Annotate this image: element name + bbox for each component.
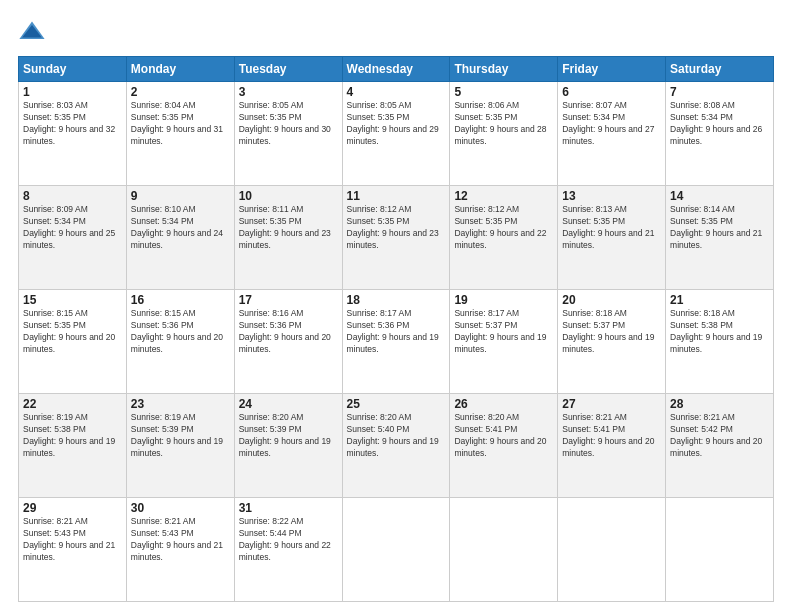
day-info: Sunrise: 8:18 AMSunset: 5:37 PMDaylight:…	[562, 308, 654, 354]
day-cell: 7 Sunrise: 8:08 AMSunset: 5:34 PMDayligh…	[666, 82, 774, 186]
day-cell: 27 Sunrise: 8:21 AMSunset: 5:41 PMDaylig…	[558, 394, 666, 498]
day-info: Sunrise: 8:19 AMSunset: 5:39 PMDaylight:…	[131, 412, 223, 458]
day-info: Sunrise: 8:10 AMSunset: 5:34 PMDaylight:…	[131, 204, 223, 250]
day-cell: 13 Sunrise: 8:13 AMSunset: 5:35 PMDaylig…	[558, 186, 666, 290]
day-cell: 28 Sunrise: 8:21 AMSunset: 5:42 PMDaylig…	[666, 394, 774, 498]
day-cell: 18 Sunrise: 8:17 AMSunset: 5:36 PMDaylig…	[342, 290, 450, 394]
day-cell: 6 Sunrise: 8:07 AMSunset: 5:34 PMDayligh…	[558, 82, 666, 186]
day-cell: 5 Sunrise: 8:06 AMSunset: 5:35 PMDayligh…	[450, 82, 558, 186]
day-number: 29	[23, 501, 122, 515]
day-cell	[558, 498, 666, 602]
day-number: 9	[131, 189, 230, 203]
day-info: Sunrise: 8:22 AMSunset: 5:44 PMDaylight:…	[239, 516, 331, 562]
day-info: Sunrise: 8:21 AMSunset: 5:41 PMDaylight:…	[562, 412, 654, 458]
day-number: 22	[23, 397, 122, 411]
day-cell: 25 Sunrise: 8:20 AMSunset: 5:40 PMDaylig…	[342, 394, 450, 498]
day-info: Sunrise: 8:20 AMSunset: 5:41 PMDaylight:…	[454, 412, 546, 458]
day-number: 13	[562, 189, 661, 203]
day-number: 10	[239, 189, 338, 203]
day-cell: 8 Sunrise: 8:09 AMSunset: 5:34 PMDayligh…	[19, 186, 127, 290]
day-info: Sunrise: 8:19 AMSunset: 5:38 PMDaylight:…	[23, 412, 115, 458]
day-info: Sunrise: 8:16 AMSunset: 5:36 PMDaylight:…	[239, 308, 331, 354]
day-number: 18	[347, 293, 446, 307]
day-cell: 31 Sunrise: 8:22 AMSunset: 5:44 PMDaylig…	[234, 498, 342, 602]
day-cell: 2 Sunrise: 8:04 AMSunset: 5:35 PMDayligh…	[126, 82, 234, 186]
day-number: 4	[347, 85, 446, 99]
day-cell: 14 Sunrise: 8:14 AMSunset: 5:35 PMDaylig…	[666, 186, 774, 290]
day-cell: 20 Sunrise: 8:18 AMSunset: 5:37 PMDaylig…	[558, 290, 666, 394]
day-number: 24	[239, 397, 338, 411]
day-cell: 4 Sunrise: 8:05 AMSunset: 5:35 PMDayligh…	[342, 82, 450, 186]
logo-icon	[18, 18, 46, 46]
day-number: 21	[670, 293, 769, 307]
day-cell	[342, 498, 450, 602]
day-info: Sunrise: 8:15 AMSunset: 5:35 PMDaylight:…	[23, 308, 115, 354]
day-cell: 30 Sunrise: 8:21 AMSunset: 5:43 PMDaylig…	[126, 498, 234, 602]
weekday-header-tuesday: Tuesday	[234, 57, 342, 82]
day-info: Sunrise: 8:07 AMSunset: 5:34 PMDaylight:…	[562, 100, 654, 146]
day-info: Sunrise: 8:09 AMSunset: 5:34 PMDaylight:…	[23, 204, 115, 250]
day-cell: 19 Sunrise: 8:17 AMSunset: 5:37 PMDaylig…	[450, 290, 558, 394]
day-info: Sunrise: 8:18 AMSunset: 5:38 PMDaylight:…	[670, 308, 762, 354]
weekday-header-monday: Monday	[126, 57, 234, 82]
day-cell: 29 Sunrise: 8:21 AMSunset: 5:43 PMDaylig…	[19, 498, 127, 602]
day-number: 1	[23, 85, 122, 99]
day-number: 31	[239, 501, 338, 515]
day-info: Sunrise: 8:11 AMSunset: 5:35 PMDaylight:…	[239, 204, 331, 250]
day-info: Sunrise: 8:21 AMSunset: 5:43 PMDaylight:…	[131, 516, 223, 562]
day-cell: 17 Sunrise: 8:16 AMSunset: 5:36 PMDaylig…	[234, 290, 342, 394]
day-cell: 12 Sunrise: 8:12 AMSunset: 5:35 PMDaylig…	[450, 186, 558, 290]
day-info: Sunrise: 8:03 AMSunset: 5:35 PMDaylight:…	[23, 100, 115, 146]
day-info: Sunrise: 8:13 AMSunset: 5:35 PMDaylight:…	[562, 204, 654, 250]
weekday-header-thursday: Thursday	[450, 57, 558, 82]
weekday-header-sunday: Sunday	[19, 57, 127, 82]
day-info: Sunrise: 8:08 AMSunset: 5:34 PMDaylight:…	[670, 100, 762, 146]
day-cell: 22 Sunrise: 8:19 AMSunset: 5:38 PMDaylig…	[19, 394, 127, 498]
week-row-4: 22 Sunrise: 8:19 AMSunset: 5:38 PMDaylig…	[19, 394, 774, 498]
day-info: Sunrise: 8:15 AMSunset: 5:36 PMDaylight:…	[131, 308, 223, 354]
day-cell: 26 Sunrise: 8:20 AMSunset: 5:41 PMDaylig…	[450, 394, 558, 498]
logo	[18, 18, 50, 46]
day-info: Sunrise: 8:12 AMSunset: 5:35 PMDaylight:…	[454, 204, 546, 250]
day-number: 27	[562, 397, 661, 411]
day-number: 6	[562, 85, 661, 99]
day-cell: 23 Sunrise: 8:19 AMSunset: 5:39 PMDaylig…	[126, 394, 234, 498]
day-info: Sunrise: 8:05 AMSunset: 5:35 PMDaylight:…	[239, 100, 331, 146]
day-number: 11	[347, 189, 446, 203]
header	[18, 18, 774, 46]
day-number: 26	[454, 397, 553, 411]
day-cell	[450, 498, 558, 602]
day-number: 12	[454, 189, 553, 203]
weekday-header-saturday: Saturday	[666, 57, 774, 82]
day-info: Sunrise: 8:12 AMSunset: 5:35 PMDaylight:…	[347, 204, 439, 250]
day-info: Sunrise: 8:04 AMSunset: 5:35 PMDaylight:…	[131, 100, 223, 146]
day-cell: 24 Sunrise: 8:20 AMSunset: 5:39 PMDaylig…	[234, 394, 342, 498]
day-cell: 15 Sunrise: 8:15 AMSunset: 5:35 PMDaylig…	[19, 290, 127, 394]
week-row-5: 29 Sunrise: 8:21 AMSunset: 5:43 PMDaylig…	[19, 498, 774, 602]
day-cell: 10 Sunrise: 8:11 AMSunset: 5:35 PMDaylig…	[234, 186, 342, 290]
day-number: 7	[670, 85, 769, 99]
day-info: Sunrise: 8:17 AMSunset: 5:36 PMDaylight:…	[347, 308, 439, 354]
day-number: 30	[131, 501, 230, 515]
day-cell	[666, 498, 774, 602]
day-cell: 16 Sunrise: 8:15 AMSunset: 5:36 PMDaylig…	[126, 290, 234, 394]
weekday-header-wednesday: Wednesday	[342, 57, 450, 82]
week-row-3: 15 Sunrise: 8:15 AMSunset: 5:35 PMDaylig…	[19, 290, 774, 394]
week-row-1: 1 Sunrise: 8:03 AMSunset: 5:35 PMDayligh…	[19, 82, 774, 186]
day-number: 3	[239, 85, 338, 99]
day-info: Sunrise: 8:05 AMSunset: 5:35 PMDaylight:…	[347, 100, 439, 146]
day-info: Sunrise: 8:21 AMSunset: 5:42 PMDaylight:…	[670, 412, 762, 458]
day-number: 2	[131, 85, 230, 99]
day-info: Sunrise: 8:20 AMSunset: 5:39 PMDaylight:…	[239, 412, 331, 458]
day-number: 8	[23, 189, 122, 203]
day-number: 16	[131, 293, 230, 307]
day-info: Sunrise: 8:06 AMSunset: 5:35 PMDaylight:…	[454, 100, 546, 146]
day-info: Sunrise: 8:20 AMSunset: 5:40 PMDaylight:…	[347, 412, 439, 458]
day-number: 23	[131, 397, 230, 411]
day-cell: 21 Sunrise: 8:18 AMSunset: 5:38 PMDaylig…	[666, 290, 774, 394]
day-info: Sunrise: 8:14 AMSunset: 5:35 PMDaylight:…	[670, 204, 762, 250]
day-cell: 9 Sunrise: 8:10 AMSunset: 5:34 PMDayligh…	[126, 186, 234, 290]
day-number: 14	[670, 189, 769, 203]
day-number: 15	[23, 293, 122, 307]
day-number: 17	[239, 293, 338, 307]
